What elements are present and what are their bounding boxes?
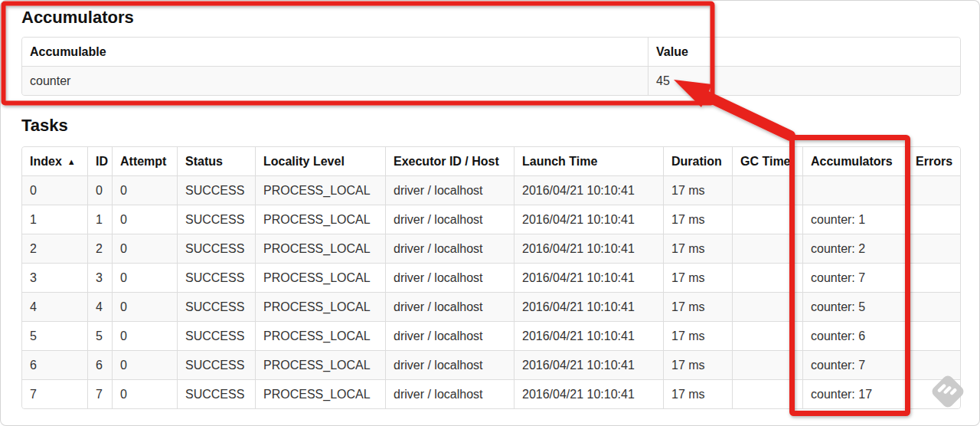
tasks-header-row: Index▲ ID Attempt Status Locality Level … xyxy=(22,147,960,175)
cell-duration: 17 ms xyxy=(663,292,732,321)
col-header-status[interactable]: Status xyxy=(177,147,255,175)
cell-gc-time xyxy=(732,350,802,379)
cell-locality: PROCESS_LOCAL xyxy=(255,263,385,292)
browser-window: Accumulators Accumulable Value counter 4… xyxy=(0,0,980,426)
cell-gc-time xyxy=(732,321,802,350)
col-header-accumulable: Accumulable xyxy=(22,38,648,66)
cell-id: 4 xyxy=(87,292,112,321)
cell-attempt: 0 xyxy=(112,321,177,350)
cell-launch-time: 2016/04/21 10:10:41 xyxy=(514,379,663,408)
cell-accumulators xyxy=(802,175,907,205)
cell-id: 2 xyxy=(87,234,112,263)
cell-attempt: 0 xyxy=(112,292,177,321)
cell-gc-time xyxy=(732,263,802,292)
cell-locality: PROCESS_LOCAL xyxy=(255,234,385,263)
cell-index: 1 xyxy=(22,205,87,234)
cell-locality: PROCESS_LOCAL xyxy=(255,205,385,234)
task-row: 7 7 0 SUCCESS PROCESS_LOCAL driver / loc… xyxy=(22,379,960,408)
cell-accumulable-name: counter xyxy=(22,66,648,95)
cell-locality: PROCESS_LOCAL xyxy=(255,292,385,321)
cell-launch-time: 2016/04/21 10:10:41 xyxy=(514,234,663,263)
cell-executor: driver / localhost xyxy=(385,350,514,379)
cell-id: 5 xyxy=(87,321,112,350)
cell-errors xyxy=(907,292,960,321)
col-header-index[interactable]: Index▲ xyxy=(22,147,87,175)
col-header-attempt[interactable]: Attempt xyxy=(112,147,177,175)
cell-errors xyxy=(907,175,960,205)
cell-attempt: 0 xyxy=(112,205,177,234)
cell-attempt: 0 xyxy=(112,234,177,263)
cell-executor: driver / localhost xyxy=(385,263,514,292)
sort-ascending-icon: ▲ xyxy=(67,157,76,166)
col-header-duration[interactable]: Duration xyxy=(663,147,732,175)
cell-accumulators: counter: 7 xyxy=(802,263,907,292)
task-row: 2 2 0 SUCCESS PROCESS_LOCAL driver / loc… xyxy=(22,234,960,263)
cell-status: SUCCESS xyxy=(177,263,255,292)
accumulators-table: Accumulable Value counter 45 xyxy=(21,37,961,96)
cell-errors xyxy=(907,379,960,408)
cell-launch-time: 2016/04/21 10:10:41 xyxy=(514,263,663,292)
cell-status: SUCCESS xyxy=(177,175,255,205)
cell-executor: driver / localhost xyxy=(385,292,514,321)
cell-status: SUCCESS xyxy=(177,350,255,379)
task-row: 3 3 0 SUCCESS PROCESS_LOCAL driver / loc… xyxy=(22,263,960,292)
cell-duration: 17 ms xyxy=(663,350,732,379)
tasks-table: Index▲ ID Attempt Status Locality Level … xyxy=(21,146,961,409)
cell-attempt: 0 xyxy=(112,350,177,379)
cell-accumulators: counter: 7 xyxy=(802,350,907,379)
page-content: Accumulators Accumulable Value counter 4… xyxy=(0,0,980,409)
cell-index: 6 xyxy=(22,350,87,379)
cell-index: 4 xyxy=(22,292,87,321)
cell-errors xyxy=(907,234,960,263)
cell-duration: 17 ms xyxy=(663,175,732,205)
col-header-value: Value xyxy=(648,38,960,66)
accumulator-row: counter 45 xyxy=(22,66,960,95)
cell-index: 7 xyxy=(22,379,87,408)
col-header-locality-level[interactable]: Locality Level xyxy=(255,147,385,175)
cell-gc-time xyxy=(732,205,802,234)
cell-duration: 17 ms xyxy=(663,205,732,234)
cell-attempt: 0 xyxy=(112,379,177,408)
cell-accumulable-value: 45 xyxy=(648,66,960,95)
cell-duration: 17 ms xyxy=(663,321,732,350)
task-row: 4 4 0 SUCCESS PROCESS_LOCAL driver / loc… xyxy=(22,292,960,321)
cell-executor: driver / localhost xyxy=(385,321,514,350)
cell-errors xyxy=(907,321,960,350)
cell-index: 2 xyxy=(22,234,87,263)
cell-executor: driver / localhost xyxy=(385,379,514,408)
cell-id: 0 xyxy=(87,175,112,205)
cell-index: 5 xyxy=(22,321,87,350)
col-header-id[interactable]: ID xyxy=(87,147,112,175)
cell-index: 0 xyxy=(22,175,87,205)
cell-gc-time xyxy=(732,292,802,321)
cell-status: SUCCESS xyxy=(177,205,255,234)
col-header-launch-time[interactable]: Launch Time xyxy=(514,147,663,175)
col-header-errors[interactable]: Errors xyxy=(907,147,960,175)
cell-accumulators: counter: 1 xyxy=(802,205,907,234)
cell-id: 1 xyxy=(87,205,112,234)
cell-errors xyxy=(907,205,960,234)
cell-launch-time: 2016/04/21 10:10:41 xyxy=(514,350,663,379)
cell-locality: PROCESS_LOCAL xyxy=(255,379,385,408)
col-header-gc-time[interactable]: GC Time xyxy=(732,147,802,175)
cell-attempt: 0 xyxy=(112,175,177,205)
cell-accumulators: counter: 2 xyxy=(802,234,907,263)
cell-duration: 17 ms xyxy=(663,379,732,408)
cell-errors xyxy=(907,263,960,292)
col-header-executor-id-host[interactable]: Executor ID / Host xyxy=(385,147,514,175)
cell-id: 3 xyxy=(87,263,112,292)
cell-executor: driver / localhost xyxy=(385,234,514,263)
cell-launch-time: 2016/04/21 10:10:41 xyxy=(514,292,663,321)
cell-locality: PROCESS_LOCAL xyxy=(255,175,385,205)
task-row: 1 1 0 SUCCESS PROCESS_LOCAL driver / loc… xyxy=(22,205,960,234)
col-header-accumulators[interactable]: Accumulators xyxy=(802,147,907,175)
cell-index: 3 xyxy=(22,263,87,292)
cell-attempt: 0 xyxy=(112,263,177,292)
cell-launch-time: 2016/04/21 10:10:41 xyxy=(514,205,663,234)
task-row: 5 5 0 SUCCESS PROCESS_LOCAL driver / loc… xyxy=(22,321,960,350)
cell-gc-time xyxy=(732,175,802,205)
cell-status: SUCCESS xyxy=(177,379,255,408)
accumulators-header-row: Accumulable Value xyxy=(22,38,960,66)
cell-status: SUCCESS xyxy=(177,234,255,263)
cell-duration: 17 ms xyxy=(663,263,732,292)
